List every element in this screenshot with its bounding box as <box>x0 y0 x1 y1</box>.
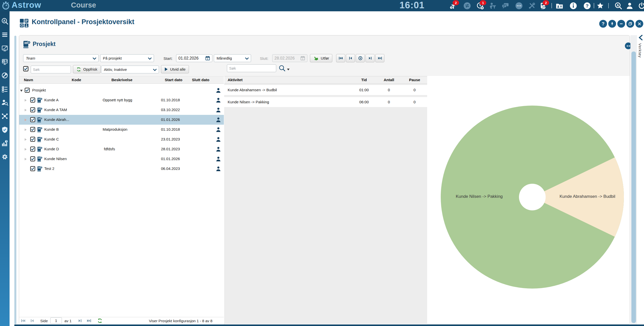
column-header-start-dato[interactable]: Start dato <box>165 78 182 82</box>
expand-arrow-icon[interactable] <box>25 128 27 131</box>
status-select[interactable]: Aktiv, Inaktive <box>101 66 159 73</box>
refresh-button[interactable]: Oppfrisk <box>73 65 101 73</box>
window-restore-button[interactable] <box>626 20 634 28</box>
tree-row[interactable]: Kunde C 23.01.2023 <box>19 134 224 144</box>
expand-all-button[interactable]: Utvid alle <box>161 65 189 73</box>
row-checkbox[interactable] <box>25 88 30 93</box>
tree-search-input[interactable] <box>31 66 71 73</box>
vacation-icon[interactable]: 2 <box>449 2 457 10</box>
person-icon[interactable] <box>216 117 221 122</box>
tools-icon[interactable] <box>528 2 536 10</box>
tools-tab-label[interactable]: Verktøy <box>638 43 642 58</box>
row-checkbox[interactable] <box>30 117 35 122</box>
next-period-button[interactable] <box>366 54 375 62</box>
sidebar-time-registration-icon[interactable] <box>1 58 8 65</box>
person-icon[interactable] <box>216 166 221 171</box>
search-options-caret[interactable] <box>287 69 290 70</box>
column-header-pause[interactable]: Pause <box>407 78 422 82</box>
row-checkbox[interactable] <box>30 147 35 152</box>
tree-row[interactable]: Kunde D fdfdsfs 28.01.2023 <box>19 144 224 154</box>
sidebar-service-tools-icon[interactable] <box>1 72 8 79</box>
page-number-input[interactable] <box>50 317 62 324</box>
row-checkbox[interactable] <box>30 127 35 132</box>
expand-arrow-icon[interactable] <box>25 109 27 111</box>
sidebar-signature-pad-icon[interactable] <box>1 45 8 52</box>
activity-search-icon[interactable] <box>279 65 286 72</box>
search-icon[interactable]: A <box>615 2 622 10</box>
page-refresh-icon[interactable] <box>97 318 103 323</box>
profile-icon[interactable] <box>626 2 633 10</box>
team-select[interactable]: Team <box>23 54 99 62</box>
next-page-button[interactable] <box>77 318 83 323</box>
row-checkbox[interactable] <box>30 107 35 112</box>
sidebar-statistics-icon[interactable] <box>1 140 8 147</box>
person-icon[interactable] <box>216 127 221 132</box>
previous-page-button[interactable] <box>30 318 35 323</box>
row-checkbox[interactable] <box>30 156 35 161</box>
tools-collapse-chevron-icon[interactable] <box>638 35 643 40</box>
window-help-button[interactable]: ? <box>599 20 607 28</box>
collapse-arrow-icon[interactable] <box>20 90 23 92</box>
column-header-beskrivelse[interactable]: Beskrivelse <box>111 78 132 82</box>
person-icon[interactable] <box>216 98 221 103</box>
activity-row[interactable]: Kunde Nilsen -> Pakking 06:00 0 0 <box>224 97 427 107</box>
tree-row[interactable]: Prosjekt <box>19 85 224 95</box>
scope-select[interactable]: På prosjekt <box>100 54 154 62</box>
column-header-navn[interactable]: Navn <box>24 78 33 82</box>
tree-row-selected[interactable]: Kunde Abrah... 01.01.2026 <box>19 115 224 125</box>
person-icon[interactable] <box>216 147 221 152</box>
person-icon[interactable] <box>216 137 221 142</box>
tree-row[interactable]: Test 2 06.04.2023 <box>19 164 224 174</box>
window-close-button[interactable] <box>635 20 643 28</box>
tree-row[interactable]: Kunde B Matproduksjon 01.10.2018 <box>19 125 224 134</box>
row-checkbox[interactable] <box>30 98 35 103</box>
sidebar-search-icon[interactable]: A <box>1 18 8 25</box>
column-header-tid[interactable]: Tid <box>356 78 372 82</box>
device-icon[interactable]: 2 <box>539 2 547 10</box>
tree-row[interactable]: Kunde A Oppsett nytt bygg 01.10.2018 <box>19 95 224 105</box>
left-splitter-handle[interactable] <box>14 36 16 324</box>
sidebar-shield-icon[interactable] <box>1 126 8 133</box>
favorites-icon[interactable] <box>596 2 604 10</box>
add-time-icon[interactable]: 1 <box>476 2 484 10</box>
info-icon[interactable] <box>570 2 577 10</box>
help-icon[interactable]: ? <box>583 2 591 10</box>
period-select[interactable]: Månedlig <box>214 54 251 62</box>
expand-arrow-icon[interactable] <box>25 119 27 121</box>
row-checkbox[interactable] <box>30 166 35 171</box>
window-pin-button[interactable] <box>608 20 616 28</box>
current-period-button[interactable] <box>356 54 365 62</box>
first-page-button[interactable] <box>21 318 26 323</box>
sidebar-menu-icon[interactable] <box>1 31 8 38</box>
contacts-icon[interactable] <box>556 2 563 10</box>
window-minimize-button[interactable] <box>617 20 625 28</box>
logout-icon[interactable] <box>638 2 644 10</box>
transfer-icon[interactable] <box>463 2 471 10</box>
column-header-slutt-dato[interactable]: Slutt dato <box>192 78 209 82</box>
tree-row[interactable]: Kunde A TAM 03.10.2022 <box>19 105 224 115</box>
tree-row[interactable]: Kunde Nilsen 01.01.2026 <box>19 154 224 164</box>
start-date-field[interactable]: 01.02.2026 1 <box>176 54 212 62</box>
expand-arrow-icon[interactable] <box>25 158 27 160</box>
person-icon[interactable] <box>216 107 221 113</box>
person-icon[interactable] <box>216 156 221 162</box>
vertical-scrollbar-thumb[interactable] <box>631 52 636 323</box>
last-period-button[interactable] <box>375 54 384 62</box>
column-header-kode[interactable]: Kode <box>72 78 81 82</box>
activity-row[interactable]: Kunde Abrahamsen -> Budbil 01:00 0 0 <box>224 85 427 95</box>
messages-icon[interactable] <box>502 2 509 10</box>
expand-arrow-icon[interactable] <box>25 99 27 102</box>
sidebar-person-search-icon[interactable] <box>1 99 8 106</box>
person-filter-icon[interactable] <box>489 2 497 10</box>
expand-arrow-icon[interactable] <box>25 138 27 141</box>
activity-search-input[interactable] <box>227 64 276 72</box>
sidebar-task-list-icon[interactable] <box>1 85 8 92</box>
execute-button[interactable]: Utfør <box>310 54 332 62</box>
previous-period-button[interactable] <box>346 54 355 62</box>
column-header-antall[interactable]: Antall <box>381 78 396 82</box>
first-period-button[interactable] <box>336 54 345 62</box>
more-icon[interactable] <box>515 2 523 10</box>
last-page-button[interactable] <box>87 318 92 323</box>
sidebar-settings-icon[interactable] <box>1 153 8 160</box>
column-header-aktivitet[interactable]: Aktivitet <box>228 78 243 82</box>
